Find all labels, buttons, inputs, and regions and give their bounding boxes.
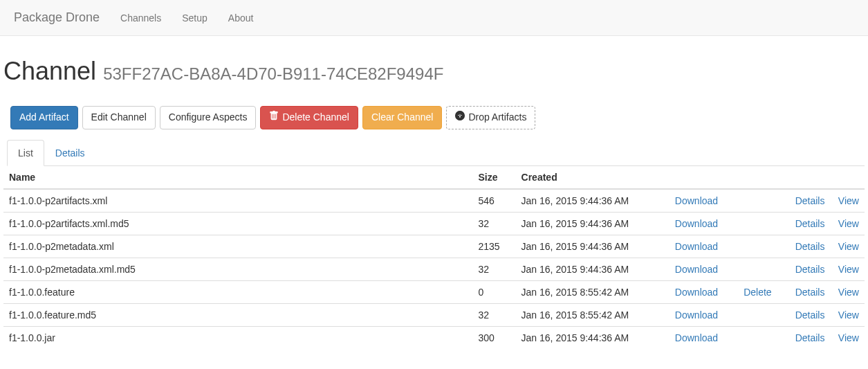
details-link[interactable]: Details <box>795 218 825 229</box>
cell-size: 0 <box>473 280 516 303</box>
col-header-created: Created <box>516 166 670 189</box>
configure-aspects-button[interactable]: Configure Aspects <box>160 106 257 129</box>
cell-name: f1-1.0.0.feature <box>3 280 473 303</box>
cell-created: Jan 16, 2015 9:44:36 AM <box>516 235 670 258</box>
view-link[interactable]: View <box>838 218 859 229</box>
table-row: f1-1.0.0-p2metadata.xml.md532Jan 16, 201… <box>3 258 865 280</box>
navbar-nav: Channels Setup About <box>110 2 264 34</box>
nav-setup[interactable]: Setup <box>172 2 218 34</box>
drop-artifacts-label: Drop Artifacts <box>468 111 526 125</box>
cell-name: f1-1.0.0-p2artifacts.xml.md5 <box>3 212 473 235</box>
view-link[interactable]: View <box>838 332 859 343</box>
table-row: f1-1.0.0.jar300Jan 16, 2015 9:44:36 AMDo… <box>3 326 865 349</box>
details-link[interactable]: Details <box>795 195 825 206</box>
button-toolbar: Add Artifact Edit Channel Configure Aspe… <box>3 106 865 129</box>
delete-link[interactable]: Delete <box>744 287 771 298</box>
cell-size: 2135 <box>473 235 516 258</box>
col-header-size: Size <box>473 166 516 189</box>
nav-about[interactable]: About <box>218 2 264 34</box>
table-row: f1-1.0.0-p2metadata.xml2135Jan 16, 2015 … <box>3 235 865 258</box>
tab-list[interactable]: List <box>7 140 44 166</box>
artifact-table: Name Size Created f1-1.0.0-p2artifacts.x… <box>3 166 865 349</box>
cell-name: f1-1.0.0.feature.md5 <box>3 303 473 326</box>
details-link[interactable]: Details <box>795 309 825 321</box>
cell-size: 546 <box>473 189 516 213</box>
details-link[interactable]: Details <box>795 287 825 298</box>
cell-created: Jan 16, 2015 9:44:36 AM <box>516 326 670 349</box>
details-link[interactable]: Details <box>795 241 825 252</box>
table-header-row: Name Size Created <box>3 166 865 189</box>
delete-channel-button[interactable]: Delete Channel <box>260 106 358 129</box>
cell-created: Jan 16, 2015 9:44:36 AM <box>516 212 670 235</box>
download-link[interactable]: Download <box>675 332 718 343</box>
cell-name: f1-1.0.0.jar <box>3 326 473 349</box>
cell-size: 32 <box>473 258 516 280</box>
page-subtitle: 53FF27AC-BA8A-4D70-B911-74CE82F9494F <box>103 64 443 83</box>
cell-size: 300 <box>473 326 516 349</box>
cell-created: Jan 16, 2015 8:55:42 AM <box>516 280 670 303</box>
cell-name: f1-1.0.0-p2metadata.xml.md5 <box>3 258 473 280</box>
download-link[interactable]: Download <box>675 264 718 275</box>
table-row: f1-1.0.0-p2artifacts.xml.md532Jan 16, 20… <box>3 212 865 235</box>
cell-name: f1-1.0.0-p2artifacts.xml <box>3 189 473 213</box>
view-link[interactable]: View <box>838 309 859 321</box>
clear-channel-button[interactable]: Clear Channel <box>362 106 443 129</box>
download-link[interactable]: Download <box>675 218 718 229</box>
view-link[interactable]: View <box>838 264 859 275</box>
nav-channels[interactable]: Channels <box>110 2 172 34</box>
add-artifact-button[interactable]: Add Artifact <box>10 106 78 129</box>
navbar: Package Drone Channels Setup About <box>0 0 868 36</box>
drop-artifacts-button[interactable]: Drop Artifacts <box>446 106 535 129</box>
cell-size: 32 <box>473 303 516 326</box>
tab-details[interactable]: Details <box>44 140 96 166</box>
download-link[interactable]: Download <box>675 241 718 252</box>
tabs: List Details <box>7 140 865 166</box>
cell-size: 32 <box>473 212 516 235</box>
trash-icon <box>269 111 279 125</box>
page-title: Channel <box>3 57 96 85</box>
table-row: f1-1.0.0.feature.md532Jan 16, 2015 8:55:… <box>3 303 865 326</box>
cell-created: Jan 16, 2015 9:44:36 AM <box>516 189 670 213</box>
edit-channel-button[interactable]: Edit Channel <box>82 106 156 129</box>
download-link[interactable]: Download <box>675 309 718 321</box>
delete-channel-label: Delete Channel <box>282 111 349 125</box>
details-link[interactable]: Details <box>795 332 825 343</box>
upload-icon <box>455 111 465 125</box>
view-link[interactable]: View <box>838 195 859 206</box>
download-link[interactable]: Download <box>675 287 718 298</box>
download-link[interactable]: Download <box>675 195 718 206</box>
navbar-brand[interactable]: Package Drone <box>10 0 110 35</box>
col-header-name: Name <box>3 166 473 189</box>
details-link[interactable]: Details <box>795 264 825 275</box>
page-header: Channel 53FF27AC-BA8A-4D70-B911-74CE82F9… <box>3 57 865 92</box>
view-link[interactable]: View <box>838 241 859 252</box>
view-link[interactable]: View <box>838 287 859 298</box>
cell-name: f1-1.0.0-p2metadata.xml <box>3 235 473 258</box>
cell-created: Jan 16, 2015 9:44:36 AM <box>516 258 670 280</box>
table-row: f1-1.0.0-p2artifacts.xml546Jan 16, 2015 … <box>3 189 865 213</box>
table-row: f1-1.0.0.feature0Jan 16, 2015 8:55:42 AM… <box>3 280 865 303</box>
cell-created: Jan 16, 2015 8:55:42 AM <box>516 303 670 326</box>
